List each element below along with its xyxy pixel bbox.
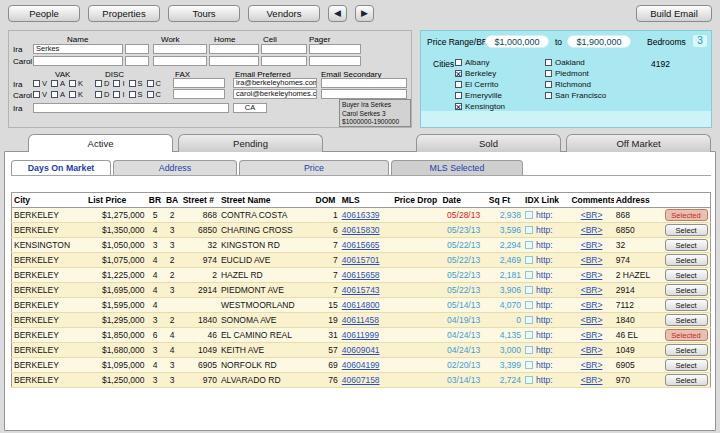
select-button[interactable]: Select — [665, 254, 708, 266]
idx-http-link[interactable]: http: — [536, 285, 553, 295]
idx-http-link[interactable]: http: — [536, 360, 553, 370]
mls-link[interactable]: 40604199 — [342, 360, 380, 370]
mls-link[interactable]: 40611458 — [342, 315, 379, 325]
select-button[interactable]: Select — [665, 344, 708, 356]
work-phone-field[interactable] — [153, 56, 207, 66]
idx-checkbox[interactable] — [525, 376, 533, 384]
address-field[interactable] — [33, 103, 229, 113]
cell-phone-field[interactable] — [261, 44, 307, 54]
idx-checkbox[interactable] — [525, 286, 533, 294]
mls-link[interactable]: 40615830 — [342, 225, 380, 235]
sort-subtab[interactable]: Address — [113, 160, 237, 175]
select-button[interactable]: Selected — [665, 329, 708, 341]
properties-button[interactable]: Properties — [88, 5, 160, 22]
disc-checkbox[interactable] — [95, 80, 102, 87]
mls-link[interactable]: 40615701 — [342, 255, 380, 265]
select-button[interactable]: Select — [665, 314, 708, 326]
disc-checkbox[interactable] — [113, 91, 120, 98]
buyer-note-box[interactable]: Buyer Ira Serkes Carol Serkes 3 $1000000… — [339, 99, 411, 127]
city-checkbox[interactable] — [455, 59, 462, 66]
comments-br-link[interactable]: <BR> — [581, 300, 603, 310]
idx-checkbox[interactable] — [525, 256, 533, 264]
idx-http-link[interactable]: http: — [536, 345, 553, 355]
idx-checkbox[interactable] — [525, 301, 533, 309]
comments-br-link[interactable]: <BR> — [581, 345, 603, 355]
idx-checkbox[interactable] — [525, 331, 533, 339]
city-checkbox[interactable] — [545, 92, 552, 99]
mls-link[interactable]: 40615743 — [342, 285, 380, 295]
mls-link[interactable]: 40615665 — [342, 240, 380, 250]
pager-field[interactable] — [309, 44, 361, 54]
select-button[interactable]: Select — [665, 239, 708, 251]
city-checkbox[interactable] — [545, 70, 552, 77]
disc-checkbox[interactable] — [129, 91, 136, 98]
disc-checkbox[interactable] — [147, 80, 154, 87]
select-button[interactable]: Select — [665, 284, 708, 296]
select-button[interactable]: Select — [665, 269, 708, 281]
mls-link[interactable]: 40607158 — [342, 375, 380, 385]
sort-subtab[interactable]: Price — [239, 160, 389, 175]
mls-link[interactable]: 40609041 — [342, 345, 380, 355]
last-name-field[interactable]: Serkes — [33, 44, 123, 54]
comments-br-link[interactable]: <BR> — [581, 225, 603, 235]
idx-http-link[interactable]: http: — [536, 375, 553, 385]
build-email-button[interactable]: Build Email — [636, 5, 712, 22]
comments-br-link[interactable]: <BR> — [581, 375, 603, 385]
city-checkbox[interactable] — [455, 103, 462, 110]
comments-br-link[interactable]: <BR> — [581, 210, 603, 220]
idx-checkbox[interactable] — [525, 226, 533, 234]
disc-checkbox[interactable] — [95, 91, 102, 98]
comments-br-link[interactable]: <BR> — [581, 315, 603, 325]
idx-http-link[interactable]: http: — [536, 300, 553, 310]
fax-field[interactable] — [173, 78, 225, 88]
idx-http-link[interactable]: http: — [536, 240, 553, 250]
select-button[interactable]: Select — [665, 224, 708, 236]
idx-checkbox[interactable] — [525, 316, 533, 324]
idx-http-link[interactable]: http: — [536, 270, 553, 280]
vak-checkbox[interactable] — [51, 91, 58, 98]
home-phone-field[interactable] — [209, 44, 259, 54]
sort-subtab[interactable]: Days On Market — [11, 160, 111, 175]
idx-http-link[interactable]: http: — [536, 225, 553, 235]
idx-http-link[interactable]: http: — [536, 210, 553, 220]
select-button[interactable]: Select — [665, 359, 708, 371]
price-min-field[interactable]: $1,000,000 — [485, 35, 549, 48]
vak-checkbox[interactable] — [69, 80, 76, 87]
email-preferred-field[interactable]: carol@berkeleyhomes.com — [233, 89, 317, 99]
name-suffix-field[interactable] — [125, 56, 149, 66]
email-preferred-field[interactable]: ira@berkeleyhomes.com — [233, 78, 317, 88]
comments-br-link[interactable]: <BR> — [581, 270, 603, 280]
work-phone-field[interactable] — [153, 44, 207, 54]
idx-checkbox[interactable] — [525, 211, 533, 219]
comments-br-link[interactable]: <BR> — [581, 255, 603, 265]
state-field[interactable]: CA — [233, 103, 267, 113]
status-tab[interactable]: Sold — [416, 134, 561, 152]
select-button[interactable]: Select — [665, 299, 708, 311]
status-tab[interactable]: Active — [28, 134, 173, 152]
comments-br-link[interactable]: <BR> — [581, 240, 603, 250]
select-button[interactable]: Selected — [665, 209, 708, 221]
mls-link[interactable]: 40616339 — [342, 210, 380, 220]
last-name-field[interactable] — [33, 56, 123, 66]
name-suffix-field[interactable] — [125, 44, 149, 54]
idx-checkbox[interactable] — [525, 241, 533, 249]
fax-field[interactable] — [173, 89, 225, 99]
vak-checkbox[interactable] — [69, 91, 76, 98]
mls-link[interactable]: 40611999 — [342, 330, 379, 340]
city-checkbox[interactable] — [545, 59, 552, 66]
email-secondary-field[interactable] — [321, 78, 407, 88]
vendors-button[interactable]: Vendors — [248, 5, 320, 22]
people-button[interactable]: People — [8, 5, 80, 22]
vak-checkbox[interactable] — [51, 80, 58, 87]
pager-field[interactable] — [309, 56, 361, 66]
idx-checkbox[interactable] — [525, 361, 533, 369]
disc-checkbox[interactable] — [113, 80, 120, 87]
forward-arrow-button[interactable]: ▶ — [355, 5, 374, 22]
comments-br-link[interactable]: <BR> — [581, 330, 603, 340]
mls-link[interactable]: 40614800 — [342, 300, 380, 310]
city-checkbox[interactable] — [545, 81, 552, 88]
idx-checkbox[interactable] — [525, 346, 533, 354]
comments-br-link[interactable]: <BR> — [581, 360, 603, 370]
vak-checkbox[interactable] — [33, 91, 40, 98]
idx-http-link[interactable]: http: — [536, 330, 553, 340]
